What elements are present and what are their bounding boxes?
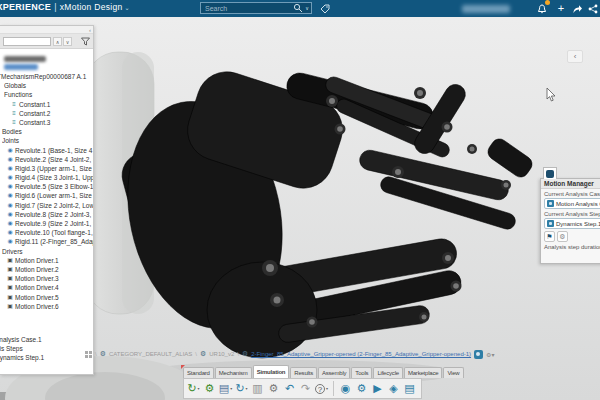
tree-item[interactable]: ≡Constant.2 [10, 109, 93, 118]
tree-item[interactable]: ◉Rigid.7 (Size 2 Joint-2, Lower arm-1) [6, 201, 93, 210]
tree-panel-header: ‹ [0, 26, 93, 34]
search-options-chevron-icon[interactable]: ∨ [305, 5, 309, 11]
tab-standard[interactable]: Standard [183, 367, 214, 378]
help-icon[interactable]: ?▾ [314, 380, 329, 397]
tree-item[interactable]: Analysis Steps [0, 344, 93, 353]
search-icon[interactable] [293, 3, 303, 13]
search-input[interactable] [203, 4, 293, 13]
analysis-step-dropdown[interactable]: Dynamics Step.1 [544, 218, 600, 229]
grid-icon[interactable] [85, 351, 92, 358]
global-search[interactable]: ∨ [200, 2, 312, 14]
save-icon[interactable]: ▤▾ [218, 380, 233, 397]
joint-icon: ◉ [6, 219, 14, 228]
search-prev-icon[interactable]: ∧ [53, 37, 62, 46]
collapse-right-panel-button[interactable]: ‹ [567, 50, 583, 63]
tree-item-label: Rigid.4 (Size 3 Joint-1, Upper arm-1) [15, 173, 93, 182]
tree-link-item-redacted[interactable] [4, 64, 38, 70]
tree-item[interactable]: ◉Revolute.8 (Size 2 Joint-3, Size 2 Join… [6, 210, 93, 219]
breadcrumb-active-link[interactable]: 2-Finger_85_Adaptive_Gripper-opened (2-F… [251, 351, 471, 357]
tree-item-label: Motion Driver.4 [15, 283, 59, 292]
tab-results[interactable]: Results [290, 367, 317, 378]
driver-icon: ▣ [6, 302, 14, 311]
step-settings-gear-icon[interactable]: ⚙ [557, 231, 568, 242]
tree-item[interactable]: Joints [2, 136, 93, 145]
tree-item[interactable]: ▣Motion Driver.2 [6, 265, 93, 274]
filter-funnel-icon[interactable] [81, 37, 90, 46]
tree-item[interactable]: ◉Rigid.6 (Lower arm-1, Size 3 Elbow-1) [6, 191, 93, 200]
tree-item[interactable]: ◉Revolute.9 (Size 2 Joint-1, Size 2 Join… [6, 219, 93, 228]
report-icon[interactable]: ▤ [402, 380, 417, 397]
tree-item[interactable]: Drivers [2, 247, 93, 256]
simulate-icon[interactable]: ◉ [338, 380, 353, 397]
tree-root-item-redacted[interactable] [4, 56, 46, 62]
robot-context-icon[interactable] [474, 350, 483, 359]
tree-search-input[interactable] [3, 37, 51, 46]
tree-item[interactable]: ◉Revolute.1 (Base-1, Size 4 Joint-1) [6, 146, 93, 155]
tree-item[interactable]: ◉Revolute.5 (Size 3 Elbow-1, Size 3 Join… [6, 182, 93, 191]
context-gear-menu-icon[interactable]: ⚙▾ [486, 351, 494, 358]
tree-item[interactable]: ▣Motion Driver.6 [6, 302, 93, 311]
joint-icon: ◉ [6, 173, 14, 182]
tab-simulation[interactable]: Simulation [253, 365, 290, 378]
tree-item[interactable]: Bodies [2, 127, 93, 136]
dropdown-caret-icon[interactable]: ▾ [326, 386, 328, 391]
joint-icon: ◉ [6, 155, 14, 164]
motion-manager-tab[interactable] [543, 167, 557, 179]
tab-assembly[interactable]: Assembly [318, 367, 350, 378]
tree-item[interactable]: ≡Constant.1 [10, 100, 93, 109]
compute-icon[interactable]: ⚙ [202, 380, 217, 397]
tree-item-label: Analysis Steps [0, 344, 23, 353]
collapse-panel-icon[interactable]: ‹ [89, 26, 91, 34]
tree-item[interactable]: TMechanismRep00000687 A.1 [0, 72, 93, 81]
tree-item[interactable]: ▣Motion Driver.4 [6, 283, 93, 292]
breadcrumb-item[interactable]: CATEGORY_DEFAULT_ALIAS [109, 351, 192, 357]
probe-icon[interactable]: ◈ [386, 380, 401, 397]
current-analysis-case-label: Current Analysis Case [541, 189, 600, 198]
tab-view[interactable]: View [443, 367, 463, 378]
tree-item[interactable]: ≡Constant.3 [10, 118, 93, 127]
options-gear-icon[interactable]: ⚙ [266, 380, 281, 397]
share-forward-icon[interactable] [570, 2, 584, 15]
tab-marketplace[interactable]: Marketplace [404, 367, 442, 378]
tree-item[interactable]: ▣Motion Driver.1 [6, 256, 93, 265]
paste-icon[interactable]: ▥ [250, 380, 265, 397]
tree-item[interactable]: ◉Rigid.4 (Size 3 Joint-1, Upper arm-1) [6, 173, 93, 182]
tree-item[interactable]: ▣Motion Driver.5 [6, 293, 93, 302]
tree-item[interactable]: ◉Revolute.10 (Tool flange-1, Size 2 Join… [6, 228, 93, 237]
search-next-icon[interactable]: ∨ [63, 37, 72, 46]
tree-item[interactable]: Motion Analysis Case.1 [0, 335, 93, 344]
username-redacted[interactable] [462, 5, 510, 13]
undo-icon[interactable]: ↶ [282, 380, 297, 397]
compute-icon-glyph: ⚙ [205, 383, 215, 394]
tree-item[interactable]: Functions [4, 90, 93, 99]
add-content-icon[interactable]: + [554, 2, 568, 15]
play-analysis-icon[interactable]: ▶ [370, 380, 385, 397]
restore-flag-icon[interactable]: ⚑ [544, 231, 555, 242]
notifications-bell-icon[interactable] [535, 2, 549, 15]
tab-mechanism[interactable]: Mechanism [215, 367, 252, 378]
tab-lifecycle[interactable]: Lifecycle [373, 367, 403, 378]
tree-item[interactable]: ◉Rigid.11 (2-Finger_85_Adaptive_Gripper) [6, 237, 93, 246]
tree-item[interactable]: ▣Motion Driver.3 [6, 274, 93, 283]
dropdown-caret-icon[interactable]: ▾ [246, 386, 248, 391]
session-update-icon[interactable]: ↻▾ [186, 380, 201, 397]
dropdown-caret-icon[interactable]: ▾ [230, 386, 232, 391]
app-menu[interactable]: xMotion Design⌄ [60, 2, 130, 12]
refresh-icon[interactable]: ↻▾ [234, 380, 249, 397]
tag-icon[interactable] [318, 2, 332, 15]
dropdown-caret-icon[interactable]: ▾ [198, 386, 200, 391]
mechanism-icon[interactable]: ⚙ [354, 380, 369, 397]
tree-item[interactable]: ◈Dynamics Step.1 [0, 353, 93, 362]
tree-item[interactable]: Globals [4, 81, 93, 90]
tab-tools[interactable]: Tools [351, 367, 372, 378]
help-icon-glyph: ? [315, 384, 325, 394]
share-network-icon[interactable] [586, 2, 600, 15]
dynamics-step-icon [547, 220, 554, 227]
breadcrumb-item[interactable]: UR10_v2 [209, 351, 234, 357]
options-gear-icon-glyph: ⚙ [269, 383, 279, 394]
redo-icon-glyph: ↷ [301, 383, 310, 394]
analysis-case-dropdown[interactable]: Motion Analysis Case.1 [544, 198, 600, 209]
tree-item[interactable]: ◉Rigid.3 (Upper arm-1, Size 4 Joint-2) [6, 164, 93, 173]
tree-item[interactable]: ◉Revolute.2 (Size 4 Joint-2, Size 4 Join… [6, 155, 93, 164]
redo-icon[interactable]: ↷ [298, 380, 313, 397]
